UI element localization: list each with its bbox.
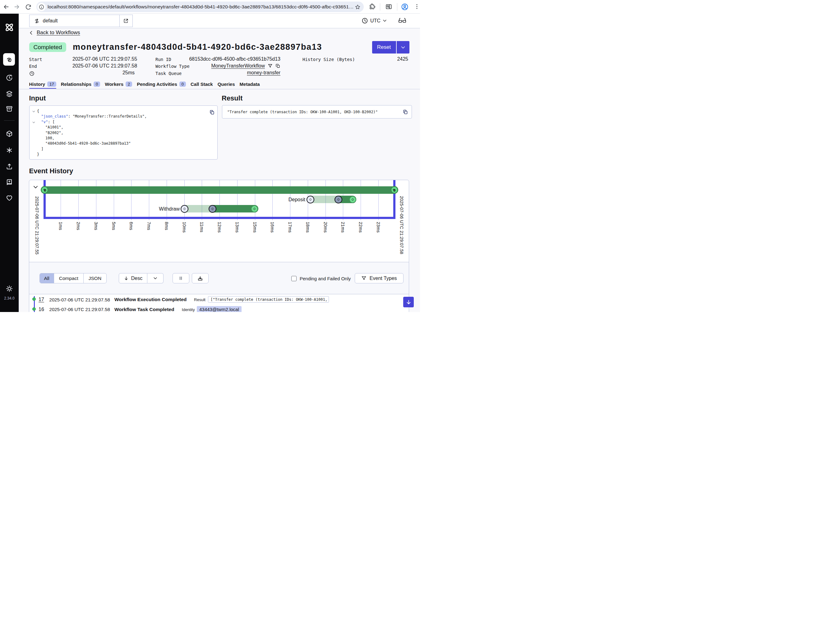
collapse-chevron-icon[interactable] (32, 121, 35, 124)
tab-history[interactable]: History 17 (29, 82, 56, 89)
tick-label: 21ms (341, 222, 345, 233)
tab-pending-activities[interactable]: Pending Activities 0 (137, 82, 186, 89)
deposit-completed-marker[interactable] (349, 196, 356, 203)
profile-avatar-icon[interactable] (401, 3, 408, 10)
copy-result-button[interactable] (402, 109, 408, 115)
result-code-block: "Transfer complete (transaction IDs: OKW… (222, 105, 412, 119)
view-json-button[interactable]: JSON (84, 273, 106, 283)
address-bar[interactable]: localhost:8080/namespaces/default/workfl… (36, 2, 364, 12)
withdraw-started-marker[interactable] (209, 205, 216, 213)
deposit-started-marker[interactable] (334, 196, 342, 204)
meta-queue-value: money-transfer (187, 70, 281, 76)
scroll-to-bottom-button[interactable] (403, 297, 414, 307)
sort-dropdown-button[interactable] (147, 273, 163, 283)
tab-queries[interactable]: Queries (217, 82, 235, 89)
event-types-label: Event Types (370, 276, 397, 281)
tick-label: 18ms (305, 222, 310, 233)
chart-expand-chevron-icon[interactable] (32, 184, 39, 190)
labs-mode-toggle[interactable] (398, 17, 406, 23)
event-time: 2025-07-06 UTC 21:29:07.58 (49, 307, 110, 312)
duration-clock-icon (29, 71, 34, 76)
reset-button[interactable]: Reset (372, 41, 396, 54)
event-id-link[interactable]: 17 (39, 297, 44, 302)
tab-relationships[interactable]: Relationships 0 (61, 82, 100, 89)
copy-input-button[interactable] (209, 110, 215, 115)
tick-label: 1ms (58, 222, 63, 230)
event-detail-label: Identity (182, 307, 195, 312)
event-types-filter-button[interactable]: Event Types (355, 273, 404, 283)
sort-desc-button[interactable]: Desc (119, 273, 147, 283)
back-to-workflows-link[interactable]: Back to Workflows (29, 29, 80, 36)
workflow-tabs: History 17 Relationships 0 Workers 2 Pen… (29, 82, 260, 89)
event-table-controls: All Compact JSON Desc Pending and Failed… (29, 262, 409, 294)
view-all-button[interactable]: All (40, 273, 54, 283)
json-line: { (29, 108, 147, 114)
sidebar-item-schedules[interactable] (6, 74, 13, 82)
tick-label: 16ms (270, 222, 275, 233)
tab-workers-count: 2 (126, 82, 132, 87)
tick-label: 10ms (182, 222, 187, 233)
pause-icon (178, 276, 183, 281)
copy-icon[interactable] (276, 63, 281, 68)
json-line: 100, (29, 136, 147, 141)
input-heading: Input (29, 94, 46, 102)
sort-label: Desc (131, 276, 142, 281)
json-line: "A1001", (29, 125, 147, 130)
side-panel-search-icon[interactable] (385, 3, 392, 10)
sidebar-item-import[interactable] (6, 163, 13, 170)
workflow-end-marker[interactable] (390, 186, 398, 194)
task-queue-link[interactable]: money-transfer (247, 70, 281, 75)
sidebar-item-deployments[interactable] (6, 90, 13, 98)
browser-reload-icon[interactable] (25, 3, 32, 10)
withdraw-pending-bar (184, 205, 212, 212)
timezone-selector[interactable]: UTC (362, 17, 387, 24)
extensions-icon[interactable] (369, 3, 376, 10)
namespace-selector[interactable]: default (29, 15, 120, 27)
reset-dropdown-button[interactable] (397, 41, 410, 54)
collapse-chevron-icon[interactable] (32, 110, 35, 113)
namespace-external-link-button[interactable] (119, 15, 133, 27)
tab-metadata[interactable]: Metadata (240, 82, 260, 89)
tick-label: 2ms (76, 222, 81, 230)
browser-back-icon[interactable] (3, 3, 10, 10)
sidebar-item-workflows[interactable] (3, 53, 15, 66)
app-version: 2.34.0 (0, 296, 18, 301)
event-status-dot (32, 297, 36, 301)
meta-queue-label: Task Queue (156, 71, 182, 76)
tab-workers[interactable]: Workers 2 (105, 82, 132, 89)
status-badge: Completed (29, 42, 66, 52)
sidebar-item-batch-operations[interactable] (6, 105, 13, 113)
bookmark-star-icon[interactable] (355, 4, 361, 10)
glasses-icon (398, 17, 406, 23)
meta-type-value: MoneyTransferWorkflow (187, 63, 281, 69)
pending-failed-checkbox[interactable] (291, 276, 297, 281)
sidebar-item-nexus[interactable] (6, 147, 13, 154)
workflow-type-link[interactable]: MoneyTransferWorkflow (211, 63, 265, 69)
site-info-icon[interactable] (37, 3, 46, 11)
event-id-link[interactable]: 16 (39, 307, 44, 312)
tab-call-stack[interactable]: Call Stack (191, 82, 213, 89)
download-events-button[interactable] (192, 273, 209, 283)
status-text: Completed (34, 44, 62, 51)
input-code-block: {"json_class": "MoneyTransfer::TransferD… (29, 105, 218, 159)
browser-chrome: localhost:8080/namespaces/default/workfl… (0, 0, 420, 14)
sidebar-item-feedback[interactable] (6, 194, 13, 202)
sidebar-item-labs[interactable] (6, 179, 13, 186)
filter-funnel-icon[interactable] (268, 63, 273, 68)
view-compact-button[interactable]: Compact (54, 273, 84, 283)
sidebar-item-namespaces[interactable] (6, 130, 13, 137)
tick-label: 15ms (253, 222, 257, 233)
arrow-down-icon (406, 299, 412, 305)
temporal-logo[interactable] (4, 22, 15, 33)
browser-forward-icon[interactable] (13, 3, 20, 10)
event-detail-chip[interactable]: ["Transfer complete (transaction IDs: OK… (208, 296, 329, 303)
timeline-baseline (43, 217, 395, 219)
clock-icon (362, 17, 368, 24)
chrome-menu-icon[interactable] (413, 3, 420, 10)
withdraw-scheduled-marker[interactable] (180, 205, 188, 213)
json-line: } (29, 152, 147, 157)
deposit-scheduled-marker[interactable] (307, 196, 314, 204)
withdraw-completed-marker[interactable] (251, 205, 258, 212)
theme-toggle-sun-icon[interactable] (6, 285, 13, 292)
pause-autorefresh-button[interactable] (173, 273, 190, 283)
